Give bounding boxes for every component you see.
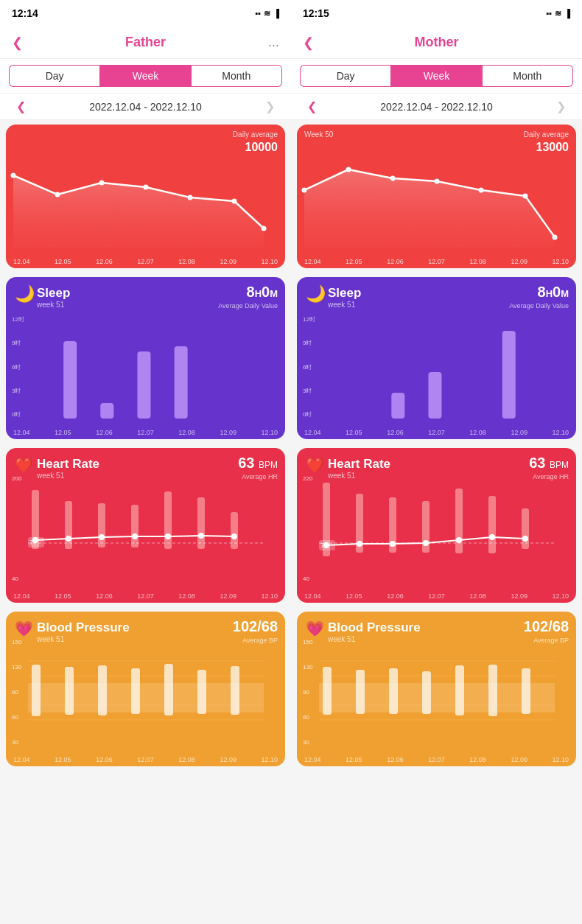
svg-point-60 — [390, 541, 396, 547]
bp-card-left: 💗 Blood Pressure week 51 102/68 Average … — [6, 612, 285, 766]
svg-point-46 — [553, 235, 558, 240]
bp-chart-right — [319, 639, 555, 746]
status-icons-left: ▪▪ ≋ ▐ — [255, 9, 279, 18]
tab-month-right[interactable]: Month — [483, 65, 573, 87]
more-button-left[interactable]: ... — [268, 35, 279, 50]
scroll-area-right: Daily average 13000 Week 50 — [291, 120, 582, 924]
sleep-value-right: 8H0M — [538, 284, 569, 299]
svg-point-6 — [262, 226, 267, 231]
svg-point-5 — [232, 199, 237, 204]
status-time-right: 12:15 — [303, 7, 329, 19]
sleep-bars-right — [319, 315, 570, 419]
svg-rect-8 — [100, 403, 113, 419]
svg-rect-49 — [502, 331, 516, 419]
hr-title-right: Heart Rate — [328, 457, 390, 472]
svg-point-25 — [231, 533, 237, 539]
svg-point-3 — [144, 185, 149, 190]
signal-icon: ▪▪ — [255, 9, 261, 18]
svg-point-22 — [132, 533, 138, 539]
tab-week-left[interactable]: Week — [99, 65, 191, 87]
battery-icon: ▐ — [273, 9, 279, 18]
hr-icon-right: ❤️ — [306, 456, 324, 474]
svg-rect-70 — [389, 668, 398, 714]
sleep-yaxis-left: 12时 9时 6时 3时 0时 — [12, 315, 24, 419]
svg-rect-47 — [391, 393, 404, 419]
date-nav-right: ❮ 2022.12.04 - 2022.12.10 ❯ — [291, 94, 582, 120]
sleep-yaxis-right: 12时 9时 6时 3时 0时 — [303, 315, 315, 419]
bp-icon-right: 💗 — [306, 620, 324, 637]
sleep-bars-left — [28, 315, 279, 419]
hr-yaxis-left: 200 40 — [12, 475, 21, 582]
right-panel: 12:15 ▪▪ ≋ ▐ ❮ Mother Day Week Month ❮ 2… — [291, 0, 582, 924]
header-right: ❮ Mother — [291, 27, 582, 59]
sleep-card-right: 🌙 Sleep week 51 8H0M Average Daily Value… — [297, 277, 576, 439]
sleep-icon-right: 🌙 — [306, 284, 326, 304]
svg-point-45 — [523, 194, 528, 199]
tab-bar-right: Day Week Month — [291, 59, 582, 94]
sleep-dates-right: 12.04 12.05 12.06 12.07 12.08 12.09 12.1… — [304, 429, 569, 436]
svg-rect-72 — [455, 665, 464, 715]
signal-icon-right: ▪▪ — [546, 9, 552, 18]
wifi-icon: ≋ — [264, 9, 270, 18]
bp-title-right: Blood Pressure — [328, 620, 421, 635]
svg-point-59 — [357, 541, 362, 547]
sleep-value-label-right: Average Daily Value — [509, 302, 569, 309]
date-range-right: 2022.12.04 - 2022.12.10 — [380, 101, 493, 113]
svg-rect-12 — [65, 501, 72, 549]
svg-rect-14 — [131, 505, 139, 547]
bp-value-left: 102/68 — [233, 619, 278, 634]
tab-week-right[interactable]: Week — [390, 65, 482, 87]
sleep-title-right: Sleep — [328, 286, 361, 301]
svg-point-24 — [198, 533, 204, 539]
svg-rect-69 — [356, 670, 365, 714]
svg-rect-67 — [319, 683, 555, 713]
date-next-left[interactable]: ❯ — [262, 99, 279, 113]
page-title-right: Mother — [415, 35, 459, 50]
svg-rect-54 — [455, 489, 463, 553]
svg-point-40 — [302, 188, 307, 193]
bp-dates-left: 12.04 12.05 12.06 12.07 12.08 12.09 12.1… — [13, 756, 278, 763]
back-button-right[interactable]: ❮ — [303, 35, 314, 51]
tab-month-left[interactable]: Month — [192, 65, 282, 87]
svg-rect-28 — [28, 683, 264, 713]
svg-point-23 — [165, 533, 171, 539]
left-panel: 12:14 ▪▪ ≋ ▐ ❮ Father ... Day Week Month… — [0, 0, 291, 924]
date-prev-left[interactable]: ❮ — [12, 99, 29, 113]
hr-yaxis-right: 220 40 — [303, 475, 312, 582]
sleep-week-right: week 51 — [328, 301, 355, 309]
steps-card-right: Daily average 13000 Week 50 — [297, 125, 576, 268]
svg-point-41 — [346, 167, 351, 172]
svg-rect-55 — [488, 496, 496, 553]
tab-day-right[interactable]: Day — [300, 65, 390, 87]
svg-rect-13 — [98, 503, 105, 547]
svg-rect-48 — [428, 372, 441, 419]
svg-point-2 — [99, 181, 105, 186]
date-prev-right[interactable]: ❮ — [303, 99, 320, 113]
bp-yaxis-right: 150 130 80 60 30 — [303, 639, 312, 746]
svg-rect-31 — [98, 665, 107, 715]
bp-card-right: 💗 Blood Pressure week 51 102/68 Average … — [297, 612, 576, 766]
svg-point-43 — [435, 179, 440, 184]
svg-point-64 — [522, 536, 528, 542]
sleep-week-left: week 51 — [37, 301, 64, 309]
date-range-left: 2022.12.04 - 2022.12.10 — [89, 101, 202, 113]
steps-avg-label-right: Daily average — [524, 130, 569, 139]
status-icons-right: ▪▪ ≋ ▐ — [546, 9, 570, 18]
back-button-left[interactable]: ❮ — [12, 35, 23, 51]
svg-rect-74 — [522, 668, 530, 714]
svg-rect-71 — [422, 671, 431, 714]
hr-dates-left: 12.04 12.05 12.06 12.07 12.08 12.09 12.1… — [13, 592, 278, 600]
tab-day-left[interactable]: Day — [9, 65, 99, 87]
bp-yaxis-left: 150 130 80 60 30 — [12, 639, 21, 746]
tab-bar-left: Day Week Month — [0, 59, 291, 94]
svg-rect-73 — [488, 665, 497, 716]
hr-value-left: 63 BPM — [238, 455, 278, 470]
svg-point-20 — [66, 536, 71, 542]
svg-rect-10 — [175, 346, 188, 419]
svg-point-63 — [489, 534, 495, 540]
steps-chart-right — [297, 152, 562, 248]
status-bar-left: 12:14 ▪▪ ≋ ▐ — [0, 0, 291, 27]
date-next-right[interactable]: ❯ — [553, 99, 570, 113]
bp-title-left: Blood Pressure — [37, 620, 130, 635]
sleep-title-left: Sleep — [37, 286, 70, 301]
